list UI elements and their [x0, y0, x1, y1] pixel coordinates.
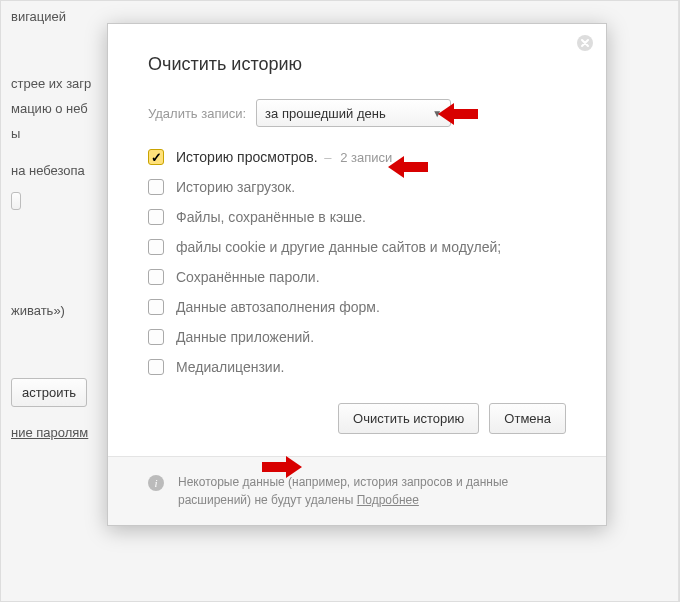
checkbox[interactable] [148, 239, 164, 255]
clear-history-button[interactable]: Очистить историю [338, 403, 479, 434]
period-label: Удалить записи: [148, 106, 246, 121]
checkbox[interactable]: ✓ [148, 149, 164, 165]
check-label: Медиалицензии. [176, 359, 284, 375]
footer-text-wrap: Некоторые данные (например, история запр… [178, 473, 566, 509]
checkbox[interactable] [148, 269, 164, 285]
period-select-value: за прошедший день [265, 106, 386, 121]
period-select[interactable]: за прошедший день ▼ [256, 99, 451, 127]
check-label: Файлы, сохранённые в кэше. [176, 209, 366, 225]
checkbox[interactable] [148, 329, 164, 345]
check-label: Историю просмотров. [176, 149, 318, 165]
more-link[interactable]: Подробнее [357, 493, 419, 507]
check-row-browsing-history[interactable]: ✓ Историю просмотров. – 2 записи [148, 149, 566, 165]
check-extra: 2 записи [340, 150, 392, 165]
dialog-title: Очистить историю [148, 54, 566, 75]
configure-button[interactable]: астроить [11, 378, 87, 407]
info-icon: i [148, 475, 164, 491]
check-row-cache[interactable]: Файлы, сохранённые в кэше. [148, 209, 566, 225]
check-row-media-licenses[interactable]: Медиалицензии. [148, 359, 566, 375]
check-row-app-data[interactable]: Данные приложений. [148, 329, 566, 345]
cancel-button[interactable]: Отмена [489, 403, 566, 434]
chevron-down-icon: ▼ [432, 108, 442, 119]
check-label: Историю загрузок. [176, 179, 295, 195]
checkbox[interactable] [148, 359, 164, 375]
check-row-download-history[interactable]: Историю загрузок. [148, 179, 566, 195]
close-icon[interactable] [576, 34, 594, 52]
check-row-passwords[interactable]: Сохранённые пароли. [148, 269, 566, 285]
bg-button-fragment[interactable] [11, 192, 21, 210]
checkbox[interactable] [148, 179, 164, 195]
checkbox-list: ✓ Историю просмотров. – 2 записи Историю… [148, 149, 566, 375]
bg-text: вигацией [11, 9, 668, 24]
footer-text: Некоторые данные (например, история запр… [178, 475, 508, 507]
check-label: Сохранённые пароли. [176, 269, 320, 285]
clear-history-dialog: Очистить историю Удалить записи: за прош… [107, 23, 607, 526]
check-row-autofill[interactable]: Данные автозаполнения форм. [148, 299, 566, 315]
check-label: Данные автозаполнения форм. [176, 299, 380, 315]
checkbox[interactable] [148, 299, 164, 315]
checkbox[interactable] [148, 209, 164, 225]
dialog-footer: i Некоторые данные (например, история за… [108, 456, 606, 525]
check-row-cookies[interactable]: файлы cookie и другие данные сайтов и мо… [148, 239, 566, 255]
check-label: файлы cookie и другие данные сайтов и мо… [176, 239, 501, 255]
check-label: Данные приложений. [176, 329, 314, 345]
